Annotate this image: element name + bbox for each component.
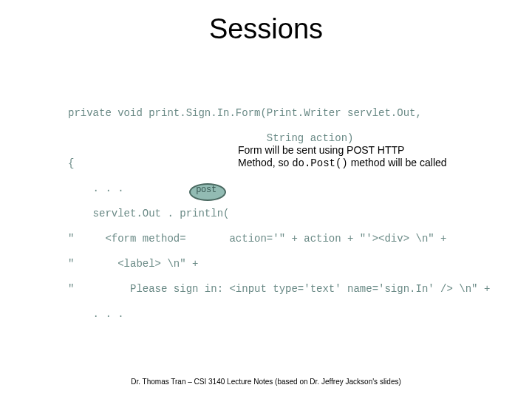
code-line: private void print.Sign.In.Form(Print.Wr… xyxy=(68,107,490,120)
slide: Sessions private void print.Sign.In.Form… xyxy=(0,0,532,399)
code-line: " <form method= action='" + action + "'>… xyxy=(68,233,490,245)
callout-line1: Form will be sent using POST HTTP xyxy=(238,144,404,156)
code-block: private void print.Sign.In.Form(Print.Wr… xyxy=(68,95,490,346)
slide-title: Sessions xyxy=(0,13,532,45)
code-line: String action) xyxy=(68,132,490,145)
code-line: " <label> \n" + xyxy=(68,258,490,270)
highlight-word: post xyxy=(189,185,223,195)
code-line: . . . xyxy=(68,308,490,321)
slide-footer: Dr. Thomas Tran – CSI 3140 Lecture Notes… xyxy=(0,378,532,386)
code-line: . . . xyxy=(68,183,490,195)
callout-code: do.Post() xyxy=(292,157,348,169)
callout-box: Form will be sent using POST HTTP Method… xyxy=(238,144,504,170)
callout-line2a: Method, so xyxy=(238,157,292,168)
code-line: " Please sign in: <input type='text' nam… xyxy=(68,283,490,296)
code-line: servlet.Out . println( xyxy=(68,208,490,220)
callout-line2b: method will be called xyxy=(348,157,447,168)
